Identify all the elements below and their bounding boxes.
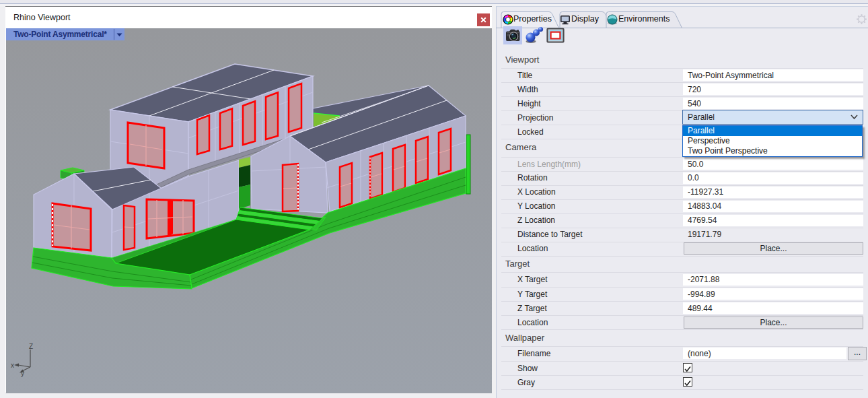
svg-text:y: y (21, 370, 24, 377)
svg-text:x: x (11, 362, 14, 369)
svg-text:Z: Z (29, 343, 33, 350)
